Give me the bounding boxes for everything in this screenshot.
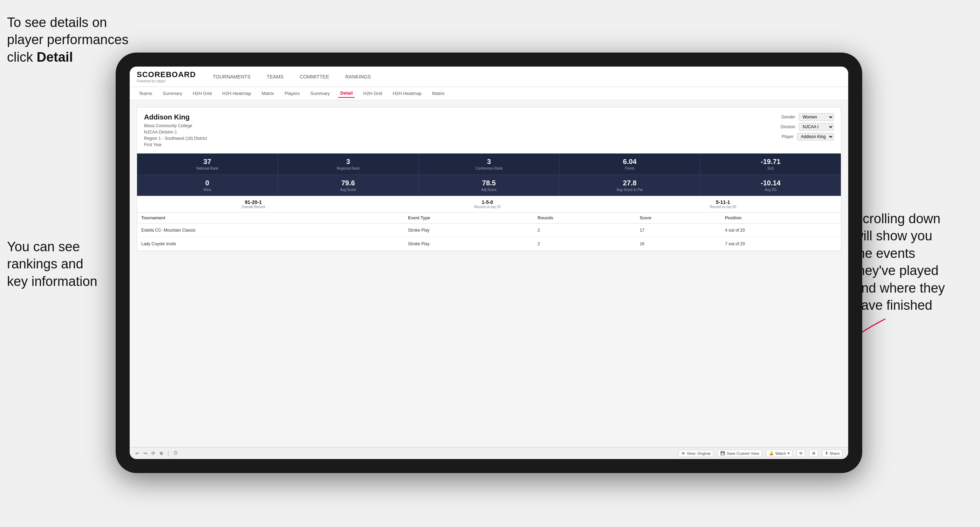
subnav-h2h-heatmap2[interactable]: H2H Heatmap [390, 89, 423, 97]
stat-label-avg-score-par: Avg Score to Par [562, 188, 697, 192]
screen-icon[interactable]: ⧉ [797, 449, 805, 457]
subnav-h2h-grid2[interactable]: H2H Grid [361, 89, 384, 97]
subnav-matrix2[interactable]: Matrix [430, 89, 447, 97]
save-icon: 💾 [720, 451, 725, 456]
subnav-summary[interactable]: Summary [161, 89, 185, 97]
division-select[interactable]: NJCAA I NJCAA II [799, 123, 834, 131]
player-division: NJCAA Division 1 [144, 129, 207, 135]
top-nav: SCOREBOARD Powered by clippd TOURNAMENTS… [130, 67, 848, 87]
refresh-icon[interactable]: ⟳ [151, 451, 155, 456]
annotation-bottomright: Scrolling down will show you the events … [854, 210, 973, 314]
watch-icon: 🔔 [769, 451, 774, 456]
share-label: Share [830, 451, 840, 456]
col-rounds: Rounds [533, 213, 635, 224]
stat-value-regional-rank: 3 [281, 158, 416, 166]
row2-score: 16 [635, 237, 721, 251]
player-info: Addison King Mesa Community College NJCA… [144, 113, 207, 148]
nav-committee[interactable]: COMMITTEE [297, 73, 332, 81]
col-score: Score [635, 213, 721, 224]
undo-icon[interactable]: ↩ [135, 451, 139, 456]
gender-filter-row: Gender Women Men [781, 113, 834, 121]
row1-event-type: Stroke Play [404, 224, 533, 237]
row2-position: 7 out of 20 [721, 237, 841, 251]
share-icon: ⬆ [825, 451, 828, 456]
stat-value-wins: 0 [140, 179, 275, 187]
col-event-type: Event Type [404, 213, 533, 224]
stat-value-avg-sg: -10.14 [703, 179, 838, 187]
stat-avg-score-par: 27.8 Avg Score to Par [559, 175, 700, 196]
tablet-frame: SCOREBOARD Powered by clippd TOURNAMENTS… [116, 52, 862, 473]
stat-label-sos: SoS [703, 167, 838, 170]
bottom-toolbar: ↩ ↪ ⟳ ⊕ | ⏱ 👁 View: Original 💾 Save Cust… [130, 447, 848, 459]
stat-value-conference-rank: 3 [422, 158, 557, 166]
subnav-summary2[interactable]: Summary [308, 89, 332, 97]
tablet-screen: SCOREBOARD Powered by clippd TOURNAMENTS… [130, 67, 848, 459]
record-overall-label: Overall Record [242, 205, 265, 209]
stat-label-conference-rank: Conference Rank [422, 167, 557, 170]
player-name: Addison King [144, 113, 207, 121]
redo-icon[interactable]: ↪ [143, 451, 147, 456]
row1-rounds: 2 [533, 224, 635, 237]
subnav-h2h-grid[interactable]: H2H Grid [191, 89, 214, 97]
record-overall-value: 91-20-1 [242, 199, 265, 205]
clock-icon[interactable]: ⏱ [173, 451, 178, 456]
stat-conference-rank: 3 Conference Rank [419, 154, 560, 175]
col-position: Position [721, 213, 841, 224]
scoreboard-logo: SCOREBOARD Powered by clippd [137, 70, 196, 83]
table-row: Lady Coyote Invite Stroke Play 2 16 7 ou… [137, 237, 841, 251]
stat-value-national-rank: 37 [140, 158, 275, 166]
content-area[interactable]: Addison King Mesa Community College NJCA… [130, 100, 848, 447]
stat-label-points: Points [562, 167, 697, 170]
player-college: Mesa Community College [144, 123, 207, 129]
row2-rounds: 2 [533, 237, 635, 251]
stat-label-wins: Wins [140, 188, 275, 192]
annotation-topleft: To see details on player performances cl… [7, 14, 137, 66]
row1-tournament: Estella CC- Mountain Classic [137, 224, 404, 237]
sub-nav: Teams Summary H2H Grid H2H Heatmap Matri… [130, 87, 848, 100]
share-button[interactable]: ⬆ Share [822, 449, 843, 457]
zoom-icon[interactable]: ⊕ [159, 451, 163, 456]
gender-label: Gender [781, 114, 795, 119]
subnav-teams[interactable]: Teams [137, 89, 154, 97]
table-row: Estella CC- Mountain Classic Stroke Play… [137, 224, 841, 237]
stat-value-sos: -19.71 [703, 158, 838, 166]
col-tournament: Tournament [137, 213, 404, 224]
annotation-bottomleft: You can see rankings and key information [7, 238, 119, 290]
player-header: Addison King Mesa Community College NJCA… [137, 108, 841, 154]
subnav-players[interactable]: Players [283, 89, 302, 97]
player-select[interactable]: Addison King [797, 133, 834, 141]
subnav-detail[interactable]: Detail [338, 89, 355, 98]
toolbar-separator: | [167, 450, 169, 457]
stat-label-adj-score: Adj Score [422, 188, 557, 192]
app-container: SCOREBOARD Powered by clippd TOURNAMENTS… [130, 67, 848, 459]
subnav-matrix[interactable]: Matrix [259, 89, 276, 97]
gender-select[interactable]: Women Men [799, 113, 834, 121]
nav-tournaments[interactable]: TOURNAMENTS [210, 73, 253, 81]
tournament-table: Tournament Event Type Rounds Score Posit… [137, 213, 841, 251]
nav-rankings[interactable]: RANKINGS [342, 73, 374, 81]
stat-label-avg-score: Avg Score [281, 188, 416, 192]
player-year: First Year [144, 141, 207, 148]
division-filter-row: Division NJCAA I NJCAA II [781, 123, 834, 131]
logo-title: SCOREBOARD [137, 70, 196, 79]
player-filters: Gender Women Men Division NJCAA I [781, 113, 834, 141]
stat-value-avg-score: 79.6 [281, 179, 416, 187]
stat-label-national-rank: National Rank [140, 167, 275, 170]
row2-event-type: Stroke Play [404, 237, 533, 251]
watch-label: Watch [775, 451, 786, 456]
stat-label-avg-sg: Avg SG [703, 188, 838, 192]
record-top25-value: 1-5-0 [474, 199, 501, 205]
view-original-button[interactable]: 👁 View: Original [679, 450, 713, 457]
row1-position: 4 out of 20 [721, 224, 841, 237]
save-custom-button[interactable]: 💾 Save Custom View [718, 449, 762, 457]
stats-row-2: 0 Wins 79.6 Avg Score 78.5 Adj Score 2 [137, 175, 841, 196]
subnav-h2h-heatmap[interactable]: H2H Heatmap [220, 89, 253, 97]
grid-icon[interactable]: ⊞ [809, 449, 818, 457]
watch-button[interactable]: 🔔 Watch ▾ [766, 449, 792, 457]
nav-teams[interactable]: TEAMS [264, 73, 286, 81]
view-icon: 👁 [681, 451, 685, 456]
division-label: Division [781, 124, 795, 129]
stat-adj-score: 78.5 Adj Score [419, 175, 560, 196]
stat-points: 6.04 Points [559, 154, 700, 175]
stat-sos: -19.71 SoS [700, 154, 841, 175]
